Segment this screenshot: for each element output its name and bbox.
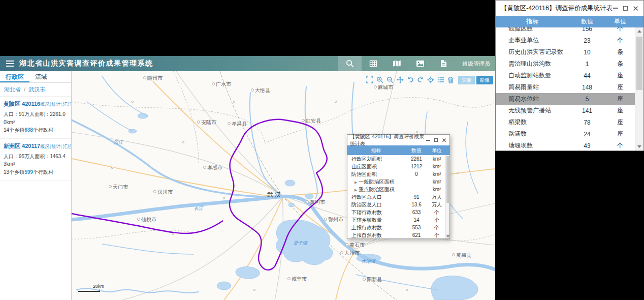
table-row[interactable]: 上报自然村数621个: [347, 231, 445, 238]
app-body: 行政区 流域 湖北省 / 武汉市 黄陂区 420116 概况|统计|汇总: [0, 71, 495, 300]
stats-dialog[interactable]: 【黄陂区-420116】调查评价成果统计表 ✕ 指标 数值 单位 行政区划面: [347, 134, 450, 239]
statistics-link[interactable]: 统计: [52, 144, 61, 149]
row-label: 塘堰坝数: [496, 141, 569, 150]
row-label: 行政区划面积: [347, 156, 405, 163]
sidebar: 行政区 流域 湖北省 / 武汉市 黄陂区 420116 概况|统计|汇总: [0, 71, 72, 300]
table-row[interactable]: 需治理山洪沟数1条: [496, 58, 635, 70]
row-value: 0: [405, 171, 428, 177]
stats-panel-window[interactable]: 【黄陂区-420116】调查评价成果统计表 ✕ 指标 数值 单位 危险区数156…: [495, 0, 644, 151]
minimize-icon[interactable]: [613, 6, 618, 11]
previous-extent-icon[interactable]: [406, 76, 414, 83]
search-button[interactable]: [338, 56, 362, 71]
column-unit: 单位: [428, 147, 445, 154]
row-value: 24: [569, 131, 605, 138]
zoom-out-icon[interactable]: [386, 76, 394, 83]
column-value: 数值: [405, 147, 428, 154]
table-row[interactable]: 路涵数24座: [496, 128, 635, 140]
overview-link[interactable]: 概况: [40, 102, 49, 107]
scrollbar-thumb[interactable]: [636, 37, 642, 90]
locate-icon[interactable]: [427, 76, 434, 83]
legend-icon[interactable]: [437, 76, 444, 83]
map-label-city: 红安县: [302, 117, 321, 125]
district-name[interactable]: 黄陂区 420116: [4, 100, 40, 108]
breadcrumb-city[interactable]: 武汉市: [28, 86, 45, 93]
table-row[interactable]: 行政区划面积2261km²: [347, 155, 445, 163]
full-extent-icon[interactable]: [366, 76, 373, 83]
summary-link[interactable]: 汇总: [63, 144, 72, 149]
panel-scrollbar[interactable]: [635, 27, 643, 151]
table-row[interactable]: 历史山洪灾害记录数10条: [496, 46, 635, 58]
table-row[interactable]: 下辖行政村数633个: [347, 208, 445, 216]
basemap-imagery-button[interactable]: 影像: [476, 76, 493, 84]
panel-titlebar[interactable]: 【黄陂区-420116】调查评价成果统计表 ✕: [496, 1, 643, 16]
table-row[interactable]: 防治区总人口13.6万人: [347, 201, 445, 208]
table-row[interactable]: 山丘区面积1212km²: [347, 163, 445, 170]
table-row[interactable]: 行政区总人口91万人: [347, 193, 445, 201]
basemap-vector-button[interactable]: 矢量: [458, 76, 475, 84]
row-value: 633: [405, 209, 428, 215]
table-row[interactable]: 塘堰坝数43个: [496, 140, 635, 151]
zoom-in-icon[interactable]: [376, 76, 383, 83]
table-row[interactable]: 下辖乡镇数量14个: [347, 216, 445, 224]
expand-arrow-icon[interactable]: ▶: [355, 181, 357, 184]
scroll-down-icon[interactable]: [635, 143, 643, 151]
tab-basin[interactable]: 流域: [29, 71, 53, 82]
scroll-down-icon[interactable]: [446, 234, 449, 238]
maximize-icon[interactable]: [623, 6, 628, 11]
clear-icon[interactable]: [447, 76, 455, 83]
dialog-titlebar[interactable]: 【黄陂区-420116】调查评价成果统计表 ✕: [347, 135, 449, 145]
table-row[interactable]: 防治区面积0km²: [347, 170, 445, 178]
map-label-water: 大冶湖: [362, 258, 375, 265]
map-label-city: 汉川市: [153, 189, 173, 196]
table-row[interactable]: 企事业单位23个: [496, 35, 635, 46]
map-button[interactable]: [385, 56, 408, 71]
scroll-up-icon[interactable]: [635, 27, 643, 35]
district-name[interactable]: 新洲区 420117: [4, 142, 40, 150]
row-label: 企事业单位: [496, 36, 569, 45]
pan-icon[interactable]: [396, 76, 404, 83]
district-card-xinzhou[interactable]: 新洲区 420117 概况|统计|汇总 人口：95万人面积：1463.43km²…: [0, 139, 71, 181]
maximize-icon[interactable]: [433, 137, 439, 143]
row-label: 山丘区面积: [347, 163, 405, 170]
table-row[interactable]: 上报行政村数553个: [347, 224, 445, 231]
table-row[interactable]: ▶一般防治区面积km²: [347, 178, 445, 186]
table-row[interactable]: 危险区数156个: [496, 27, 635, 35]
row-label: 历史山洪灾害记录数: [496, 48, 569, 56]
tab-admin-region[interactable]: 行政区: [0, 71, 29, 82]
basemap-switcher: 矢量 影像: [458, 76, 493, 84]
close-icon[interactable]: ✕: [441, 137, 447, 143]
table-row[interactable]: 自动监测站数量44座: [496, 70, 635, 81]
report-button[interactable]: [432, 56, 455, 71]
district-card-huangpi[interactable]: 黄陂区 420116 概况|统计|汇总 人口：91万人面积：2261.00km²…: [0, 97, 71, 139]
map-label-water: 梁子湖: [294, 240, 307, 247]
table-row[interactable]: 简易雨量站148座: [496, 81, 635, 93]
table-row[interactable]: 无线预警广播站141座: [496, 105, 635, 116]
row-label: 防治区面积: [347, 171, 405, 178]
data-grid-button[interactable]: [362, 56, 385, 71]
minimize-icon[interactable]: [425, 137, 431, 143]
expand-arrow-icon[interactable]: ▶: [355, 188, 357, 192]
table-row[interactable]: ▶重点防治区面积km²: [347, 186, 445, 193]
row-label: ▶一般防治区面积: [347, 178, 405, 186]
menu-icon[interactable]: [0, 56, 19, 71]
table-row[interactable]: 简易水位站5座: [496, 93, 635, 105]
row-unit: km²: [428, 187, 445, 192]
close-icon[interactable]: ✕: [633, 6, 638, 11]
scrollbar-thumb[interactable]: [446, 156, 449, 203]
row-value: 44: [569, 72, 605, 79]
next-extent-icon[interactable]: [416, 76, 424, 83]
summary-link[interactable]: 汇总: [63, 102, 72, 107]
row-label: 简易雨量站: [496, 83, 569, 92]
table-row[interactable]: 桥梁数78座: [496, 116, 635, 128]
statistics-link[interactable]: 统计: [52, 102, 61, 107]
overview-link[interactable]: 概况: [40, 144, 49, 149]
map-label-water: 长江: [194, 205, 203, 212]
row-label: 上报行政村数: [347, 224, 405, 231]
breadcrumb-province[interactable]: 湖北省: [4, 86, 21, 93]
map-canvas[interactable]: 随州市广水市大悟县麻城市红安县安陆市孝昌县孝感市天门市汉川市仙桃市武汉黄冈市鄂州…: [72, 71, 495, 300]
map-label-city: 阳新县: [363, 276, 382, 283]
dialog-scrollbar[interactable]: [445, 155, 449, 238]
image-button[interactable]: [408, 56, 432, 71]
row-value: 10: [569, 49, 605, 56]
current-user[interactable]: 超级管理员: [462, 60, 490, 68]
